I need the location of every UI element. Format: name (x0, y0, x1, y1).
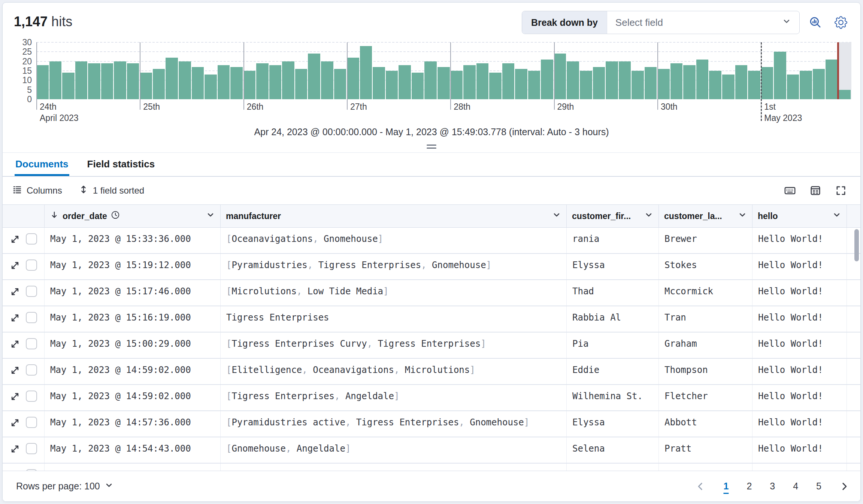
histogram-bar[interactable] (424, 61, 437, 99)
histogram-bar[interactable] (295, 69, 308, 99)
expand-document-button[interactable] (10, 391, 20, 403)
histogram-bar[interactable] (800, 71, 812, 99)
vertical-scrollbar[interactable] (854, 229, 859, 261)
histogram-bar[interactable] (308, 54, 320, 99)
row-checkbox[interactable] (26, 391, 37, 402)
histogram-bar[interactable] (489, 73, 502, 99)
column-actions-chevron-icon[interactable] (832, 210, 841, 222)
histogram-bar[interactable] (787, 75, 799, 99)
histogram-bar[interactable] (49, 61, 62, 99)
histogram-bar[interactable] (645, 67, 657, 99)
histogram-bar[interactable] (567, 61, 579, 99)
histogram-bar[interactable] (580, 71, 592, 99)
columns-button[interactable]: Columns (12, 185, 62, 197)
histogram-bar[interactable] (347, 58, 359, 99)
inspect-chart-button[interactable] (806, 13, 825, 32)
column-actions-chevron-icon[interactable] (552, 210, 561, 222)
row-checkbox[interactable] (26, 443, 37, 454)
row-checkbox[interactable] (26, 312, 37, 323)
histogram-bar[interactable] (709, 71, 721, 99)
expand-document-button[interactable] (10, 339, 20, 351)
column-header-customer_last[interactable]: customer_la... (659, 205, 753, 227)
resize-handle[interactable] (3, 140, 860, 152)
next-page-button[interactable] (839, 482, 849, 491)
histogram-bar[interactable] (839, 90, 851, 99)
histogram-bar[interactable] (36, 65, 49, 99)
histogram-bar[interactable] (256, 63, 269, 99)
histogram-bar[interactable] (451, 71, 463, 99)
histogram-bar[interactable] (528, 71, 540, 99)
histogram-bar[interactable] (75, 61, 88, 99)
fullscreen-button[interactable] (831, 181, 851, 200)
histogram-bar[interactable] (192, 67, 204, 99)
histogram-bar[interactable] (515, 69, 527, 99)
histogram-bar[interactable] (541, 60, 553, 99)
column-header-customer_first[interactable]: customer_fir... (567, 205, 659, 227)
histogram-bar[interactable] (101, 63, 113, 99)
histogram-bar[interactable] (813, 69, 825, 99)
histogram-bar[interactable] (670, 63, 683, 99)
histogram-bar[interactable] (140, 73, 152, 99)
histogram-bar[interactable] (269, 65, 282, 99)
histogram-bar[interactable] (632, 71, 644, 99)
histogram-bar[interactable] (179, 61, 191, 99)
histogram-bar[interactable] (735, 65, 748, 99)
row-checkbox[interactable] (26, 469, 37, 471)
histogram-bar[interactable] (399, 65, 411, 99)
histogram-bar[interactable] (334, 69, 346, 99)
rows-per-page-button[interactable]: Rows per page: 100 (14, 480, 116, 492)
histogram-bar[interactable] (554, 54, 566, 99)
histogram-bar[interactable] (657, 69, 670, 99)
keyboard-shortcuts-button[interactable] (780, 181, 800, 200)
expand-document-button[interactable] (10, 470, 20, 471)
plot-area[interactable] (36, 42, 851, 99)
histogram-bar[interactable] (412, 73, 424, 99)
histogram-bar[interactable] (282, 61, 294, 99)
page-button-1[interactable]: 1 (723, 481, 729, 492)
sort-fields-button[interactable]: 1 field sorted (79, 185, 144, 197)
row-checkbox[interactable] (26, 417, 37, 428)
histogram-bar[interactable] (114, 61, 126, 99)
page-button-4[interactable]: 4 (793, 481, 798, 492)
histogram-bar[interactable] (696, 60, 709, 99)
row-checkbox[interactable] (26, 364, 37, 376)
chart-settings-gear-button[interactable] (831, 13, 851, 32)
column-header-manufacturer[interactable]: manufacturer (221, 205, 567, 227)
histogram-bar[interactable] (360, 46, 372, 99)
expand-document-button[interactable] (10, 234, 20, 246)
page-button-3[interactable]: 3 (770, 481, 775, 492)
row-checkbox[interactable] (26, 233, 37, 245)
histogram-bar[interactable] (502, 63, 515, 99)
expand-document-button[interactable] (10, 313, 20, 325)
column-actions-chevron-icon[interactable] (206, 210, 215, 222)
histogram-bar[interactable] (593, 67, 605, 99)
histogram-bar[interactable] (62, 73, 75, 99)
expand-document-button[interactable] (10, 286, 20, 298)
column-actions-chevron-icon[interactable] (644, 210, 653, 222)
expand-document-button[interactable] (10, 365, 20, 377)
display-options-button[interactable] (806, 181, 825, 200)
histogram-bar[interactable] (761, 67, 773, 99)
histogram-bar[interactable] (218, 65, 230, 99)
histogram-bar[interactable] (437, 67, 450, 99)
histogram-bar[interactable] (619, 61, 631, 99)
tab-documents[interactable]: Documents (15, 158, 69, 176)
histogram-bar[interactable] (321, 61, 333, 99)
histogram-bar[interactable] (243, 71, 256, 99)
tab-field-statistics[interactable]: Field statistics (87, 158, 156, 176)
breakdown-select[interactable]: Select field (607, 11, 799, 34)
page-button-5[interactable]: 5 (816, 481, 821, 492)
expand-document-button[interactable] (10, 260, 20, 272)
histogram-bar[interactable] (683, 65, 696, 99)
column-actions-chevron-icon[interactable] (738, 210, 747, 222)
histogram-bar[interactable] (774, 52, 786, 99)
histogram-bar[interactable] (463, 65, 476, 99)
histogram-bar[interactable] (88, 63, 100, 99)
histogram-bar[interactable] (476, 63, 489, 99)
histogram-bar[interactable] (127, 63, 139, 99)
histogram-bar[interactable] (748, 71, 760, 99)
histogram-bar[interactable] (386, 71, 398, 99)
row-checkbox[interactable] (26, 338, 37, 349)
expand-document-button[interactable] (10, 444, 20, 456)
histogram-bar[interactable] (373, 67, 385, 99)
